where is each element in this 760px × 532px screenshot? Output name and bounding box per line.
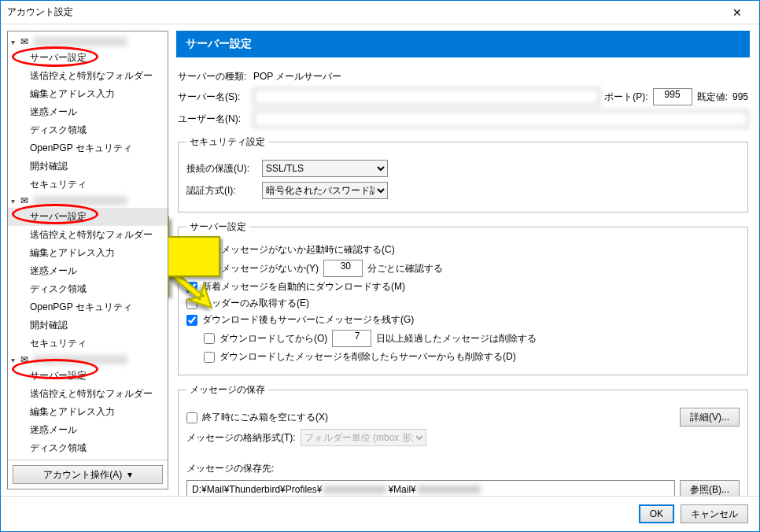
storage-fieldset: メッセージの保存 終了時にごみ箱を空にする(X) メッセージの格納形式(T): … — [178, 383, 748, 496]
delete-after-days-suffix: 日以上経過したメッセージは削除する — [376, 332, 537, 345]
port-label: ポート(P): — [604, 91, 647, 104]
auto-download-checkbox[interactable] — [186, 282, 197, 293]
tree-item[interactable]: 開封確認 — [8, 157, 168, 175]
mail-icon: ✉ — [20, 354, 33, 365]
detail-button[interactable]: 詳細(V)... — [680, 408, 740, 427]
auth-method-select[interactable]: 暗号化されたパスワード認証 — [262, 182, 388, 199]
account-name-redacted — [33, 37, 127, 46]
server-name-input[interactable] — [253, 88, 600, 105]
tree-item[interactable]: 編集とアドレス入力 — [8, 85, 168, 103]
user-name-input[interactable] — [253, 110, 748, 127]
tree-item[interactable]: セキュリティ — [8, 334, 168, 353]
tree-item[interactable]: セキュリティ — [8, 175, 168, 194]
tree-item[interactable]: 送信控えと特別なフォルダー — [8, 226, 168, 244]
tree-item[interactable]: OpenPGP セキュリティ — [8, 139, 168, 157]
chevron-down-icon[interactable]: ▾ — [11, 356, 20, 364]
account-name-redacted — [33, 196, 127, 205]
check-interval-checkbox[interactable] — [186, 263, 197, 274]
leave-on-server-checkbox[interactable] — [186, 315, 197, 326]
empty-trash-checkbox[interactable] — [186, 412, 197, 423]
server-name-label: サーバー名(S): — [178, 91, 249, 104]
chevron-down-icon[interactable]: ▾ — [11, 38, 20, 46]
cancel-button[interactable]: キャンセル — [681, 504, 748, 523]
tree-item[interactable]: ディスク領域 — [8, 121, 168, 139]
tree-item[interactable]: 開封確認 — [8, 316, 168, 334]
header-only-checkbox[interactable] — [186, 298, 197, 309]
close-icon[interactable]: ✕ — [721, 6, 753, 19]
tree-item[interactable]: 編集とアドレス入力 — [8, 403, 168, 421]
storage-path-label: メッセージの保存先: — [186, 462, 740, 475]
account-row[interactable]: ▾ ✉ — [8, 353, 168, 367]
account-action-bar: アカウント操作(A) ▾ — [8, 460, 168, 489]
empty-trash-label: 終了時にごみ箱を空にする(X) — [202, 411, 328, 424]
server-type-value: POP メールサーバー — [253, 70, 341, 83]
tree-item[interactable]: 迷惑メール — [8, 421, 168, 439]
delete-after-days-checkbox[interactable] — [204, 333, 215, 344]
tree-item[interactable]: 迷惑メール — [8, 103, 168, 121]
auto-download-label: 新着メッセージを自動的にダウンロードする(M) — [202, 280, 405, 294]
tree-item[interactable]: OpenPGP セキュリティ — [8, 457, 168, 460]
tree-item-server-settings[interactable]: サーバー設定 — [8, 49, 168, 67]
account-row[interactable]: ▾ ✉ — [8, 35, 168, 49]
mail-icon: ✉ — [20, 195, 33, 206]
mail-icon: ✉ — [20, 36, 33, 47]
server-fieldset: サーバー設定 新着メッセージがないか起動時に確認する(C) 新着メッセージがない… — [178, 220, 748, 375]
storage-format-label: メッセージの格納形式(T): — [186, 431, 296, 445]
titlebar: アカウント設定 ✕ — [1, 1, 759, 24]
tree-item[interactable]: ディスク領域 — [8, 439, 168, 457]
connection-security-label: 接続の保護(U): — [186, 162, 257, 175]
connection-security-select[interactable]: SSL/TLS — [262, 160, 388, 177]
header-only-label: ヘッダーのみ取得する(E) — [202, 297, 309, 310]
tree-item[interactable]: 送信控えと特別なフォルダー — [8, 67, 168, 85]
check-startup-checkbox[interactable] — [186, 245, 197, 256]
window-title: アカウント設定 — [7, 6, 721, 19]
panel-title: サーバー設定 — [176, 31, 750, 57]
tree-item-server-settings[interactable]: サーバー設定 — [8, 367, 168, 385]
tree-item-server-settings[interactable]: サーバー設定 — [8, 208, 168, 226]
check-startup-label: 新着メッセージがないか起動時に確認する(C) — [202, 243, 395, 257]
account-tree-sidebar: ▾ ✉ サーバー設定 送信控えと特別なフォルダー 編集とアドレス入力 迷惑メール… — [7, 31, 168, 490]
user-name-label: ユーザー名(N): — [178, 113, 249, 126]
storage-legend: メッセージの保存 — [186, 383, 268, 397]
account-settings-window: アカウント設定 ✕ ▾ ✉ サーバー設定 送信控えと特別なフォルダー 編集とアド… — [0, 0, 760, 532]
leave-on-server-label: ダウンロード後もサーバーにメッセージを残す(G) — [202, 313, 414, 327]
account-tree[interactable]: ▾ ✉ サーバー設定 送信控えと特別なフォルダー 編集とアドレス入力 迷惑メール… — [8, 31, 168, 460]
account-action-button[interactable]: アカウント操作(A) ▾ — [13, 465, 163, 484]
account-row[interactable]: ▾ ✉ — [8, 194, 168, 208]
security-fieldset: セキュリティ設定 接続の保護(U): SSL/TLS 認証方式(I): 暗号化さ… — [178, 135, 748, 212]
storage-format-select: フォルダー単位 (mbox 形式) — [301, 429, 426, 446]
sync-delete-label: ダウンロードしたメッセージを削除したらサーバーからも削除する(D) — [220, 350, 516, 364]
account-name-redacted — [33, 355, 127, 364]
security-legend: セキュリティ設定 — [186, 135, 268, 149]
delete-after-days-label: ダウンロードしてから(O) — [220, 332, 327, 345]
browse-button[interactable]: 参照(B)... — [680, 480, 740, 496]
dialog-footer: OK キャンセル — [1, 496, 759, 531]
storage-path-input[interactable]: D:¥Mail¥Thunderbird¥Profiles¥¥Mail¥ — [186, 480, 675, 496]
auth-method-label: 認証方式(I): — [186, 184, 257, 198]
default-port-label: 既定値: — [697, 91, 728, 104]
sync-delete-checkbox[interactable] — [204, 352, 215, 363]
tree-item[interactable]: 編集とアドレス入力 — [8, 244, 168, 262]
port-input[interactable]: 995 — [653, 88, 692, 105]
server-settings-panel: サーバー設定 サーバーの種類: POP メールサーバー サーバー名(S): ポー… — [168, 24, 759, 496]
ok-button[interactable]: OK — [639, 504, 674, 523]
tree-item[interactable]: OpenPGP セキュリティ — [8, 298, 168, 316]
check-interval-label: 新着メッセージがないか(Y) — [202, 262, 319, 275]
tree-item[interactable]: 送信控えと特別なフォルダー — [8, 385, 168, 403]
server-type-label: サーバーの種類: — [178, 70, 249, 83]
server-legend: サーバー設定 — [186, 220, 249, 234]
delete-after-days-input[interactable]: 7 — [332, 330, 371, 347]
check-interval-input[interactable]: 30 — [323, 260, 363, 277]
check-interval-suffix: 分ごとに確認する — [367, 262, 443, 275]
chevron-down-icon[interactable]: ▾ — [11, 197, 20, 205]
tree-item[interactable]: 迷惑メール — [8, 262, 168, 280]
tree-item[interactable]: ディスク領域 — [8, 280, 168, 298]
default-port-value: 995 — [732, 91, 748, 102]
